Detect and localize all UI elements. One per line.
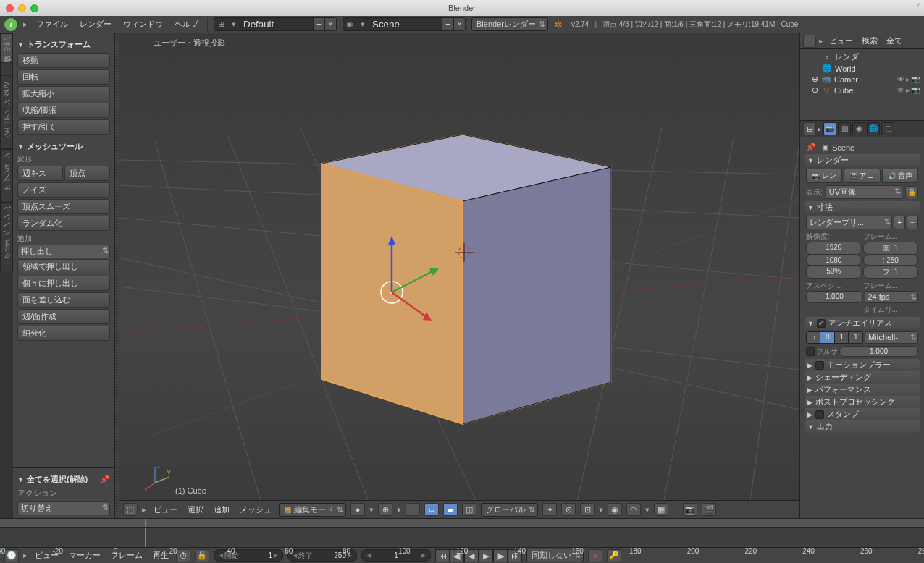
vertex-select-icon[interactable]: ⋮: [406, 503, 420, 516]
layout-selector[interactable]: ⊞▾ +×: [214, 17, 337, 31]
keyframe-next-icon[interactable]: |▶: [493, 549, 508, 562]
3d-viewport[interactable]: ユーザー・透視投影: [119, 33, 799, 518]
breadcrumb[interactable]: Scene: [832, 143, 854, 152]
record-icon[interactable]: ●: [588, 549, 602, 562]
layers-tab-icon[interactable]: ▥: [838, 122, 851, 135]
object-tab-icon[interactable]: ▢: [881, 122, 894, 135]
randomize-button[interactable]: ランダム化: [17, 216, 110, 231]
info-editor-icon[interactable]: i: [4, 18, 17, 31]
dropdown-icon[interactable]: ▾: [599, 505, 603, 515]
antialias-header[interactable]: ▼アンチエイリアス: [805, 317, 920, 329]
animation-button[interactable]: 🎬アニ: [844, 169, 880, 183]
shading-selector[interactable]: ●: [350, 503, 365, 516]
add-menu[interactable]: 追加: [211, 503, 232, 517]
tab-tools[interactable]: ツール: [0, 33, 13, 62]
range-icon[interactable]: ⏱: [176, 549, 190, 562]
render-tab-icon[interactable]: 📷: [823, 122, 836, 135]
subdivide-button[interactable]: 細分化: [17, 326, 110, 341]
frame-step-field[interactable]: フ: 1: [863, 266, 919, 279]
vertex-button[interactable]: 頂点: [64, 166, 110, 181]
tab-grease[interactable]: グリースペンシル: [0, 203, 13, 271]
res-pct-field[interactable]: 50%: [806, 266, 862, 279]
select-menu[interactable]: 選択: [185, 503, 206, 517]
inset-button[interactable]: 面を差し込む: [17, 292, 110, 308]
snap-icon[interactable]: ⊙: [561, 503, 576, 516]
edge-face-button[interactable]: 辺/面作成: [17, 309, 110, 324]
resize-grip-icon[interactable]: ⤢: [916, 1, 921, 8]
transform-panel-header[interactable]: ▼トランスフォーム: [17, 39, 110, 50]
remove-layout-button[interactable]: ×: [324, 18, 336, 30]
marker-menu[interactable]: マーカー: [66, 549, 104, 562]
fullsample-size[interactable]: 1.000: [839, 346, 918, 357]
window-menu[interactable]: ウィンドウ: [120, 17, 166, 31]
outliner-item[interactable]: ⊕▽Cube👁▸📷: [803, 85, 921, 96]
close-icon[interactable]: [6, 4, 14, 12]
extrude-region-button[interactable]: 領域で押し出し: [17, 259, 110, 274]
tab-create[interactable]: 作成: [0, 62, 13, 75]
mesh-tools-header[interactable]: ▼メッシュツール: [17, 141, 110, 152]
action-select[interactable]: 切り替え⇅: [17, 501, 110, 515]
engine-selector[interactable]: Blenderレンダー⇅: [471, 17, 548, 31]
audio-button[interactable]: 🔊音声: [882, 169, 918, 183]
shrink-button[interactable]: 収縮/膨張: [17, 103, 110, 118]
shading-header[interactable]: ▶シェーディング: [805, 371, 920, 384]
timeline-editor-icon[interactable]: 🕐: [4, 549, 19, 562]
outliner-item[interactable]: ▫レンダ: [803, 51, 921, 63]
play-icon[interactable]: ▶: [479, 549, 493, 562]
face-select-icon[interactable]: ▰: [443, 503, 458, 516]
outliner-search-menu[interactable]: 検索: [859, 34, 881, 48]
rotate-button[interactable]: 回転: [17, 69, 110, 85]
fullsample-checkbox[interactable]: [806, 347, 815, 356]
mesh-menu[interactable]: メッシュ: [237, 503, 274, 517]
selectable-icon[interactable]: ▸: [906, 75, 910, 83]
fps-select[interactable]: 24 fps⇅: [865, 291, 919, 303]
preset-select[interactable]: レンダープリ...⇅: [806, 216, 892, 229]
properties-editor-icon[interactable]: ⊟: [803, 122, 816, 135]
scene-selector[interactable]: ◉▾ +×: [343, 17, 466, 31]
remove-scene-button[interactable]: ×: [453, 18, 465, 30]
render-menu[interactable]: レンダー: [77, 17, 114, 31]
tab-options[interactable]: オプション: [0, 149, 13, 203]
noise-button[interactable]: ノイズ: [17, 182, 110, 198]
lock-icon[interactable]: 🔒: [905, 186, 918, 198]
post-processing-header[interactable]: ▶ポストプロセッシンク: [805, 396, 920, 408]
stamp-checkbox[interactable]: [815, 410, 824, 419]
extrude-indiv-button[interactable]: 個々に押し出し: [17, 276, 110, 291]
performance-header[interactable]: ▶パフォーマンス: [805, 384, 920, 396]
visibility-icon[interactable]: 👁: [897, 86, 904, 94]
opengl-anim-icon[interactable]: 🎬: [702, 503, 716, 516]
pin-icon[interactable]: 📌: [806, 143, 816, 152]
aa-samples-segmented[interactable]: 5811: [806, 331, 863, 344]
prop-type-icon[interactable]: ◠: [626, 503, 641, 516]
dropdown-icon[interactable]: ▾: [645, 505, 650, 515]
outliner-item[interactable]: 🌐World: [803, 63, 921, 74]
smooth-button[interactable]: 頂点スムーズ: [17, 199, 110, 214]
limit-selection-icon[interactable]: ◫: [462, 503, 476, 516]
translate-button[interactable]: 移動: [17, 53, 110, 68]
res-x-field[interactable]: 1920: [806, 242, 862, 255]
maximize-icon[interactable]: [30, 4, 38, 12]
outliner-editor-icon[interactable]: ☰: [803, 35, 816, 48]
outliner-view-menu[interactable]: ビュー: [826, 34, 856, 48]
help-menu[interactable]: ヘルプ: [172, 17, 201, 31]
layout-name[interactable]: [240, 18, 313, 30]
add-layout-button[interactable]: +: [313, 18, 324, 30]
res-y-field[interactable]: 1080: [806, 255, 862, 266]
playback-menu[interactable]: 再生: [150, 549, 172, 562]
snap-type-icon[interactable]: ⊡: [580, 503, 595, 516]
opengl-render-icon[interactable]: 📷: [683, 503, 697, 516]
operator-header[interactable]: ▼全てを選択(解除)📌: [17, 474, 110, 485]
dimensions-header[interactable]: ▼寸法: [805, 201, 920, 213]
display-select[interactable]: UV画像⇅: [826, 185, 902, 199]
render-button[interactable]: 📷レン: [806, 169, 842, 183]
add-preset-button[interactable]: +: [894, 216, 905, 229]
editor-type-icon[interactable]: ⬚: [123, 503, 138, 516]
start-frame-field[interactable]: ◀開始:1▶: [214, 549, 283, 562]
antialias-checkbox[interactable]: [817, 319, 826, 328]
tab-shading[interactable]: シェーディング/UV: [0, 75, 13, 149]
jump-start-icon[interactable]: ⏮: [435, 549, 450, 562]
outliner-all-menu[interactable]: 全て: [883, 34, 905, 48]
timeline-ruler[interactable]: [0, 518, 924, 527]
expand-icon[interactable]: ▸: [23, 20, 28, 29]
manipulator-toggle-icon[interactable]: ✦: [542, 503, 557, 516]
